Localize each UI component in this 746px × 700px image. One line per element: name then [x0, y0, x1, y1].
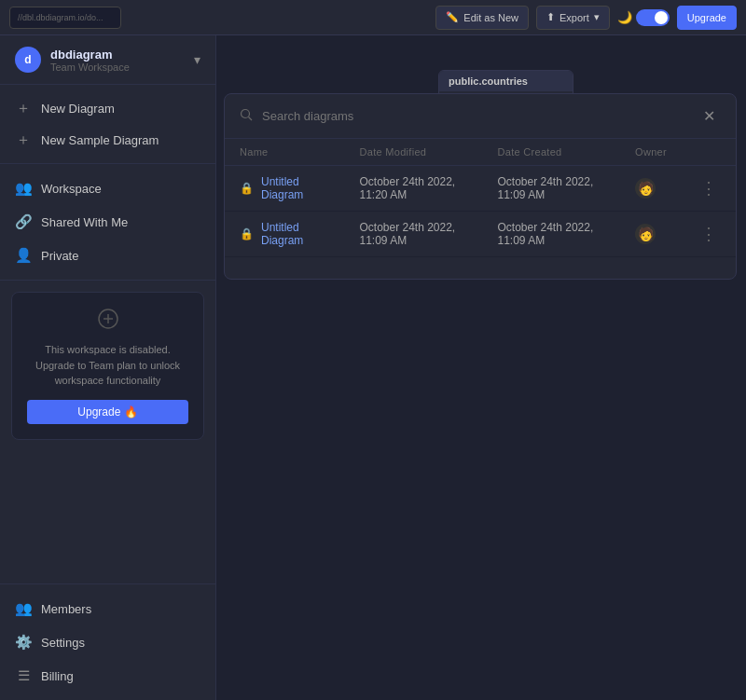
diagram-link[interactable]: Untitled Diagram	[261, 175, 329, 201]
col-header-actions	[682, 139, 736, 166]
created-date: October 24th 2022, 11:09 AM	[483, 212, 621, 257]
sidebar-bottom: 👥 Members ⚙️ Settings ☰ Billing	[0, 583, 215, 700]
owner-cell: 🧑	[620, 166, 682, 212]
modified-date: October 24th 2022, 11:09 AM	[344, 212, 482, 257]
search-input[interactable]	[262, 109, 688, 123]
col-header-owner: Owner	[620, 139, 682, 166]
settings-label: Settings	[41, 636, 85, 650]
search-icon	[240, 108, 253, 124]
owner-cell: 🧑	[620, 212, 682, 257]
col-header-modified: Date Modified	[344, 139, 482, 166]
diagram-name-cell: 🔒 Untitled Diagram	[225, 166, 344, 212]
settings-icon: ⚙️	[15, 634, 32, 651]
url-bar[interactable]: //dbl.dbdiagram.io/do...	[9, 7, 121, 29]
lock-icon: 🔒	[240, 227, 254, 240]
close-icon[interactable]: ✕	[698, 105, 721, 127]
table-row: 🔒 Untitled Diagram October 24th 2022, 11…	[225, 166, 736, 212]
sidebar-item-billing[interactable]: ☰ Billing	[0, 659, 215, 693]
diagrams-table: Name Date Modified Date Created Owner 🔒 …	[225, 139, 736, 257]
members-icon: 👥	[15, 600, 32, 617]
sidebar-actions: ＋ New Diagram ＋ New Sample Diagram	[0, 85, 215, 164]
created-date: October 24th 2022, 11:09 AM	[483, 166, 621, 212]
sidebar-nav: 👥 Workspace 🔗 Shared With Me 👤 Private	[0, 164, 215, 281]
export-button[interactable]: ⬆ Export ▾	[536, 6, 610, 30]
modified-date: October 24th 2022, 11:20 AM	[344, 166, 482, 212]
svg-point-3	[242, 110, 250, 118]
private-icon: 👤	[15, 247, 32, 264]
upgrade-button[interactable]: Upgrade	[677, 6, 737, 30]
plus-icon: ＋	[15, 100, 32, 117]
diagram-dialog: ✕ Name Date Modified Date Created Owner …	[224, 93, 737, 280]
workspace-nav-label: Workspace	[41, 182, 102, 196]
plus-circle-icon	[27, 308, 188, 335]
new-sample-label: New Sample Diagram	[41, 133, 159, 147]
sidebar-item-shared[interactable]: 🔗 Shared With Me	[0, 205, 215, 239]
billing-icon: ☰	[15, 667, 32, 684]
avatar: d	[15, 47, 41, 73]
col-header-name: Name	[225, 139, 344, 166]
edit-as-new-button[interactable]: ✏️ Edit as New	[435, 6, 529, 30]
edit-icon: ✏️	[446, 11, 459, 23]
sidebar-item-workspace[interactable]: 👥 Workspace	[0, 172, 215, 205]
owner-avatar: 🧑	[635, 224, 656, 244]
notice-text: This workspace is disabled.Upgrade to Te…	[27, 342, 188, 389]
toggle-switch[interactable]	[636, 9, 670, 26]
new-diagram-item[interactable]: ＋ New Diagram	[0, 92, 215, 124]
diagram-name-cell: 🔒 Untitled Diagram	[225, 212, 344, 257]
export-icon: ⬆	[546, 11, 555, 23]
workspace-notice: This workspace is disabled.Upgrade to Te…	[11, 292, 204, 440]
workspace-label: Team Workspace	[50, 62, 185, 73]
sidebar-panel: d dbdiagram Team Workspace ▾ ＋ New Diagr…	[0, 35, 216, 700]
workspace-icon: 👥	[15, 180, 32, 197]
chevron-down-icon: ▾	[594, 11, 600, 23]
col-header-created: Date Created	[483, 139, 621, 166]
new-sample-diagram-item[interactable]: ＋ New Sample Diagram	[0, 124, 215, 156]
billing-label: Billing	[41, 669, 74, 683]
chevron-down-icon: ▾	[194, 52, 200, 67]
table-row: 🔒 Untitled Diagram October 24th 2022, 11…	[225, 212, 736, 257]
moon-icon: 🌙	[617, 10, 632, 24]
sidebar-item-settings[interactable]: ⚙️ Settings	[0, 625, 215, 659]
plus-icon: ＋	[15, 131, 32, 148]
row-menu-button[interactable]: ⋮	[697, 178, 721, 199]
row-menu-cell: ⋮	[682, 166, 736, 212]
new-diagram-label: New Diagram	[41, 102, 115, 116]
notice-upgrade-button[interactable]: Upgrade 🔥	[27, 400, 188, 424]
shared-nav-label: Shared With Me	[41, 215, 128, 229]
sidebar-item-members[interactable]: 👥 Members	[0, 592, 215, 625]
members-label: Members	[41, 602, 91, 616]
shared-icon: 🔗	[15, 213, 32, 230]
owner-avatar: 🧑	[635, 178, 656, 199]
private-nav-label: Private	[41, 249, 78, 263]
app-name: dbdiagram	[50, 48, 185, 62]
lock-icon: 🔒	[240, 182, 254, 195]
workspace-info: dbdiagram Team Workspace	[50, 48, 185, 73]
dialog-search-header: ✕	[225, 94, 736, 139]
row-menu-button[interactable]: ⋮	[697, 224, 721, 244]
diagram-link[interactable]: Untitled Diagram	[261, 221, 329, 247]
dark-mode-toggle[interactable]: 🌙	[617, 9, 670, 26]
sidebar-item-private[interactable]: 👤 Private	[0, 239, 215, 272]
row-menu-cell: ⋮	[682, 212, 736, 257]
sidebar-header[interactable]: d dbdiagram Team Workspace ▾	[0, 35, 215, 85]
svg-line-4	[249, 117, 253, 121]
toolbar: //dbl.dbdiagram.io/do... ✏️ Edit as New …	[0, 0, 746, 35]
table-title: public.countries	[439, 71, 573, 91]
